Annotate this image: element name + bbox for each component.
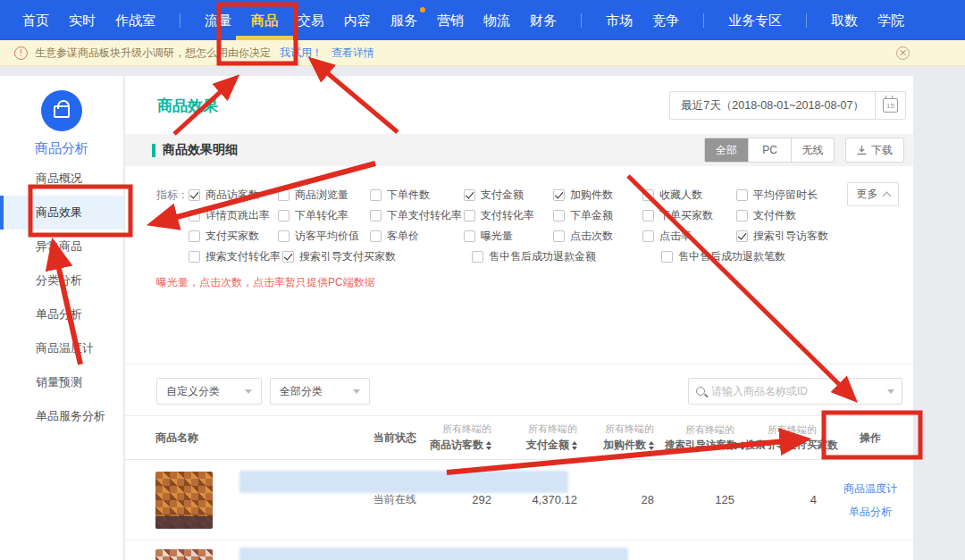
visitors-cell: 292 xyxy=(429,493,502,506)
col-pay-amount[interactable]: 所有终端的 支付金额 xyxy=(502,422,588,453)
metric-checkbox[interactable] xyxy=(189,210,200,221)
sidebar-item-single-product-analysis[interactable]: 单品分析 xyxy=(0,297,123,331)
close-icon[interactable] xyxy=(896,46,910,60)
actions-cell: 商品温度计 单品分析 xyxy=(827,555,913,560)
tab-wireless[interactable]: 无线 xyxy=(791,138,834,162)
dropdown-value: 全部分类 xyxy=(280,384,323,399)
metric-checkbox[interactable] xyxy=(553,230,565,242)
nav-item-realtime[interactable]: 实时 xyxy=(59,0,105,40)
sidebar-item-abnormal-products[interactable]: 异常商品 xyxy=(0,230,123,263)
date-range-picker[interactable]: 最近7天（2018-08-01~2018-08-07） 15 xyxy=(669,91,906,120)
table-row[interactable]: 当前在线 292 4,370.12 28 125 4 商品温度计 单品分析 xyxy=(125,460,913,540)
pay-amount-cell: 4,370.12 xyxy=(502,493,588,506)
metric-checkbox[interactable] xyxy=(278,230,290,242)
col-label: 搜索引导访客数 xyxy=(665,439,737,452)
nav-item-competition[interactable]: 竞争 xyxy=(642,0,689,40)
metric-checkbox[interactable] xyxy=(464,230,475,242)
metric-checkbox[interactable] xyxy=(189,251,200,263)
notification-dot-icon xyxy=(420,7,425,13)
nav-item-service[interactable]: 服务 xyxy=(381,0,427,40)
product-search-box xyxy=(688,378,902,405)
metric-checkbox[interactable] xyxy=(661,251,673,263)
tab-all-terminals[interactable]: 全部 xyxy=(705,138,748,162)
nav-item-finance[interactable]: 财务 xyxy=(520,0,566,40)
metric-checkbox[interactable] xyxy=(642,230,654,242)
metrics-note: 曝光量，点击次数，点击率暂只提供PC端数据 xyxy=(156,275,913,290)
nav-item-academy[interactable]: 学院 xyxy=(868,0,914,40)
metric-checkbox[interactable] xyxy=(736,210,748,221)
nav-item-traffic[interactable]: 流量 xyxy=(195,0,241,40)
search-input[interactable] xyxy=(711,385,887,397)
table-row[interactable]: 169 5,323.63 18 51 8 商品温度计 单品分析 xyxy=(125,540,913,560)
metric-checkbox[interactable] xyxy=(553,189,565,201)
product-thermometer-link[interactable]: 商品温度计 xyxy=(827,477,913,500)
metric-label: 商品访客数 xyxy=(206,188,259,203)
product-image-blurred xyxy=(155,472,213,529)
custom-category-dropdown[interactable]: 自定义分类 xyxy=(156,378,262,405)
metric-checkbox[interactable] xyxy=(370,189,382,201)
product-thermometer-link[interactable]: 商品温度计 xyxy=(827,555,913,560)
status-cell: 当前在线 xyxy=(361,492,429,507)
filter-bar: 自定义分类 全部分类 xyxy=(125,364,913,415)
metric-checkbox[interactable] xyxy=(472,251,483,263)
sort-icon[interactable] xyxy=(572,441,577,450)
nav-item-home[interactable]: 首页 xyxy=(13,0,59,40)
metric-checkbox[interactable] xyxy=(736,230,748,242)
download-button[interactable]: 下载 xyxy=(845,138,904,163)
sidebar-item-product-overview[interactable]: 商品概况 xyxy=(0,162,123,196)
sidebar-item-single-product-service[interactable]: 单品服务分析 xyxy=(0,399,123,433)
metric-checkbox[interactable] xyxy=(189,230,200,242)
col-cart-items[interactable]: 所有终端的 加购件数 xyxy=(588,422,665,453)
nav-item-business-zone[interactable]: 业务专区 xyxy=(718,0,792,40)
metric-checkbox[interactable] xyxy=(464,210,475,221)
metric-checkbox[interactable] xyxy=(553,210,565,221)
metric-checkbox[interactable] xyxy=(370,230,382,242)
col-search-visitors[interactable]: 所有终端的 搜索引导访客数 xyxy=(665,423,745,452)
metric-checkbox[interactable] xyxy=(736,189,748,201)
sort-icon[interactable] xyxy=(486,441,491,450)
terminal-segmented-control: 全部 PC 无线 xyxy=(704,138,835,163)
calendar-button[interactable]: 15 xyxy=(875,91,905,120)
metrics-row: 支付买家数 访客平均价值 客单价 曝光量 点击次数 点击率 搜索引导访客数 xyxy=(156,226,913,247)
all-category-dropdown[interactable]: 全部分类 xyxy=(270,378,370,405)
tab-pc[interactable]: PC xyxy=(748,138,791,162)
sort-icon[interactable] xyxy=(740,441,745,450)
metric-checkbox[interactable] xyxy=(642,210,654,221)
sidebar-item-sales-forecast[interactable]: 销量预测 xyxy=(0,365,123,399)
nav-item-trade[interactable]: 交易 xyxy=(288,0,334,40)
notice-bar: 生意参谋商品板块升级小调研，想怎么用由你决定 我试用！ 查看详情 xyxy=(0,40,965,66)
notice-detail-link[interactable]: 查看详情 xyxy=(331,46,374,61)
more-metrics-button[interactable]: 更多 xyxy=(847,182,899,206)
nav-divider xyxy=(703,13,704,28)
sidebar-item-category-analysis[interactable]: 分类分析 xyxy=(0,263,123,297)
metric-checkbox[interactable] xyxy=(278,210,290,221)
metric-label: 下单买家数 xyxy=(659,208,713,223)
metric-checkbox[interactable] xyxy=(282,251,294,263)
sidebar-item-product-thermometer[interactable]: 商品温度计 xyxy=(0,331,123,365)
nav-item-warroom[interactable]: 作战室 xyxy=(105,0,165,40)
nav-item-logistics[interactable]: 物流 xyxy=(474,0,520,40)
metric-checkbox[interactable] xyxy=(278,189,290,201)
metric-checkbox[interactable] xyxy=(642,189,654,201)
notice-try-link[interactable]: 我试用！ xyxy=(280,46,323,61)
nav-item-data-fetch[interactable]: 取数 xyxy=(821,0,868,40)
sidebar-item-product-effect[interactable]: 商品效果 xyxy=(0,196,123,230)
notice-text: 生意参谋商品板块升级小调研，想怎么用由你决定 xyxy=(35,46,271,61)
single-product-analysis-link[interactable]: 单品分析 xyxy=(827,500,913,523)
sort-icon[interactable] xyxy=(649,441,654,450)
metric-label: 售中售后成功退款笔数 xyxy=(678,249,785,264)
nav-item-content[interactable]: 内容 xyxy=(334,0,381,40)
nav-item-marketing[interactable]: 营销 xyxy=(427,0,474,40)
download-label: 下载 xyxy=(871,143,893,158)
search-pay-buyers-cell: 4 xyxy=(745,493,827,506)
metric-checkbox[interactable] xyxy=(464,189,475,201)
search-icon xyxy=(696,387,705,396)
nav-item-product[interactable]: 商品 xyxy=(241,0,288,40)
col-visitors[interactable]: 所有终端的 商品访客数 xyxy=(429,422,502,453)
nav-item-market[interactable]: 市场 xyxy=(596,0,642,40)
metric-checkbox[interactable] xyxy=(370,210,382,221)
page-title: 商品效果 xyxy=(157,96,218,116)
metric-label: 售中售后成功退款金额 xyxy=(489,249,596,264)
metric-label: 加购件数 xyxy=(570,188,613,203)
metric-checkbox[interactable] xyxy=(189,189,200,201)
